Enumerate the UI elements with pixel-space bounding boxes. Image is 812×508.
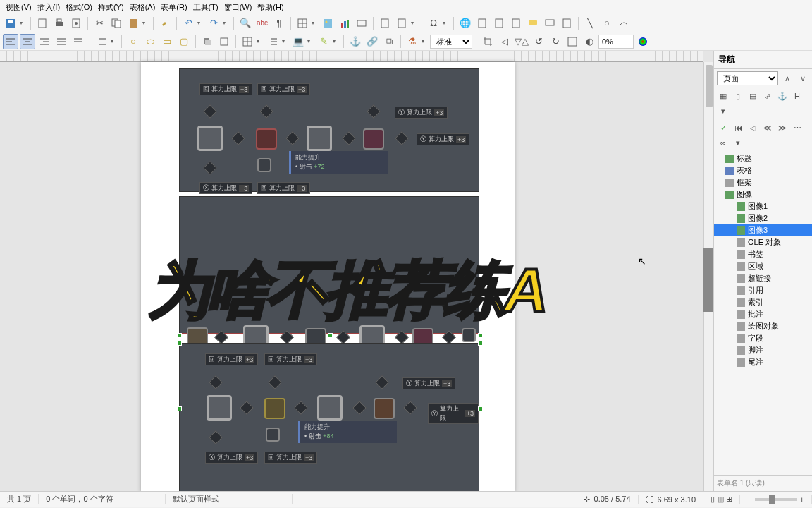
redo-dropdown[interactable]: ▾ xyxy=(223,20,230,26)
shadow-button[interactable] xyxy=(199,34,215,49)
save-dropdown[interactable]: ▾ xyxy=(20,20,27,26)
editor-area[interactable]: 回算力上限+3 回算力上限+3 Ⓨ算力上限+3 Ⓨ算力上限+3 能力提升 • 射… xyxy=(0,51,713,491)
menu-window[interactable]: 窗口(W) xyxy=(224,2,252,13)
insert-chart-button[interactable] xyxy=(337,16,352,31)
line-spacing-button[interactable] xyxy=(94,34,109,49)
paste-dropdown[interactable]: ▾ xyxy=(142,20,149,26)
flip-v-button[interactable]: ▽△ xyxy=(514,34,529,49)
menu-form[interactable]: 表单(R) xyxy=(161,2,187,13)
save-button[interactable] xyxy=(3,16,18,31)
highlighter-dropdown[interactable]: ▾ xyxy=(333,38,340,44)
up-icon[interactable]: ∧ xyxy=(781,72,794,85)
tree-item[interactable]: 图像3 xyxy=(714,224,812,236)
selection-handle[interactable] xyxy=(478,406,483,411)
unlink-button[interactable]: ⧉ xyxy=(381,34,397,49)
status-words[interactable]: 0 个单词，0 个字符 xyxy=(39,494,166,504)
zoom-in-icon[interactable]: + xyxy=(800,495,804,504)
nav-link2-icon[interactable]: ∞ xyxy=(717,136,730,149)
draw-button[interactable] xyxy=(616,16,632,31)
align-justify-button[interactable] xyxy=(54,34,69,49)
tree-item[interactable]: 框架 xyxy=(714,176,812,188)
field-dropdown[interactable]: ▾ xyxy=(411,20,418,26)
down-icon[interactable]: ∨ xyxy=(796,72,809,85)
export-pdf-button[interactable] xyxy=(35,16,50,31)
laptop-dropdown[interactable]: ▾ xyxy=(307,38,314,44)
line-icon[interactable]: ╲ xyxy=(582,16,598,31)
insert-bookmark-button[interactable] xyxy=(491,16,507,31)
transparency-button[interactable] xyxy=(565,34,580,49)
tree-item[interactable]: 索引 xyxy=(714,296,812,308)
tree-item[interactable]: 超链接 xyxy=(714,272,812,284)
status-view-buttons[interactable]: ▯ ▥ ⊞ xyxy=(703,495,740,504)
nav-content-icon[interactable]: ▤ xyxy=(746,90,759,102)
nav-drop-icon[interactable]: ▾ xyxy=(717,104,730,117)
flip-h-button[interactable]: ◁ xyxy=(497,34,512,49)
color-mode-button[interactable]: ◐ xyxy=(582,34,597,49)
insert-image-button[interactable] xyxy=(320,16,336,31)
tree-item[interactable]: 表格 xyxy=(714,164,812,176)
tree-item[interactable]: 绘图对象 xyxy=(714,320,812,332)
insert-cross-ref-button[interactable] xyxy=(508,16,524,31)
nav-heading-icon[interactable]: H xyxy=(791,90,804,102)
highlighter-button[interactable]: ✎ xyxy=(316,34,331,49)
nav-new-icon[interactable]: ▦ xyxy=(717,90,730,102)
menu-style[interactable]: 样式(Y) xyxy=(98,2,124,13)
style-select[interactable]: 标准 xyxy=(430,35,472,49)
tree-item[interactable]: 尾注 xyxy=(714,356,812,368)
nav-drop2-icon[interactable]: ▾ xyxy=(732,136,744,149)
borders-dropdown[interactable]: ▾ xyxy=(257,38,264,44)
nav-check-icon[interactable]: ✓ xyxy=(717,121,730,134)
insert-table-button[interactable] xyxy=(295,16,310,31)
rect-button[interactable]: ▭ xyxy=(159,34,175,49)
insert-footnote-button[interactable] xyxy=(474,16,490,31)
menu-format[interactable]: 格式(O) xyxy=(66,2,92,13)
filter-button[interactable]: ⚗ xyxy=(405,34,420,49)
tree-item[interactable]: 脚注 xyxy=(714,344,812,356)
tree-item[interactable]: 批注 xyxy=(714,308,812,320)
align-right-button[interactable] xyxy=(37,34,52,49)
menu-view[interactable]: 视图(V) xyxy=(6,2,32,13)
undo-button[interactable]: ↶ xyxy=(180,16,196,31)
nav-demote-icon[interactable]: ≫ xyxy=(776,121,789,134)
list-button[interactable] xyxy=(265,34,281,49)
zoom-control[interactable]: − + xyxy=(740,495,812,504)
status-pages[interactable]: 共 1 页 xyxy=(0,494,39,504)
special-char-dropdown[interactable]: ▾ xyxy=(443,20,450,26)
tree-item[interactable]: 图像2 xyxy=(714,212,812,224)
undo-dropdown[interactable]: ▾ xyxy=(197,20,204,26)
selection-handle[interactable] xyxy=(177,406,182,411)
tree-item[interactable]: OLE 对象 xyxy=(714,236,812,248)
tree-item[interactable]: 书签 xyxy=(714,248,812,260)
ellipse-button[interactable]: ⬭ xyxy=(142,34,158,49)
selection-handle[interactable] xyxy=(478,341,483,346)
nav-more-icon[interactable]: ⋯ xyxy=(791,121,804,134)
insert-page-break-button[interactable] xyxy=(377,16,393,31)
menu-table[interactable]: 表格(A) xyxy=(130,2,156,13)
view-select[interactable]: 页面 xyxy=(717,71,778,85)
tree-item[interactable]: 区域 xyxy=(714,260,812,272)
rotate-left-button[interactable]: ↺ xyxy=(531,34,546,49)
insert-text-box-button[interactable] xyxy=(354,16,369,31)
laptop-icon[interactable]: 💻 xyxy=(290,34,306,49)
spellcheck-button[interactable]: abc xyxy=(254,16,270,31)
selection-handle[interactable] xyxy=(177,333,182,338)
selection-handle[interactable] xyxy=(328,333,333,338)
tree-item[interactable]: 标题 xyxy=(714,152,812,164)
nav-link-icon[interactable]: ⇗ xyxy=(761,90,774,102)
insert-field-button[interactable] xyxy=(394,16,410,31)
zoom-field[interactable] xyxy=(598,35,634,49)
zoom-out-icon[interactable]: − xyxy=(747,495,751,504)
3d-button[interactable] xyxy=(216,34,232,49)
show-changes-button[interactable] xyxy=(559,16,574,31)
selection-handle[interactable] xyxy=(177,341,182,346)
list-dropdown[interactable]: ▾ xyxy=(282,38,289,44)
link-button[interactable]: 🔗 xyxy=(364,34,380,49)
status-style[interactable]: 默认页面样式 xyxy=(166,494,293,504)
navigator-tree[interactable]: 标题表格框架图像图像1图像2图像3OLE 对象书签区域超链接引用索引批注绘图对象… xyxy=(714,151,812,475)
circle-shape-button[interactable]: ○ xyxy=(125,34,141,49)
find-button[interactable]: 🔍 xyxy=(238,16,253,31)
nav-page-icon[interactable]: ▯ xyxy=(732,90,744,102)
shape-icon[interactable]: ○ xyxy=(599,16,615,31)
color-picker-button[interactable] xyxy=(635,34,651,49)
wrap-button[interactable] xyxy=(70,34,86,49)
